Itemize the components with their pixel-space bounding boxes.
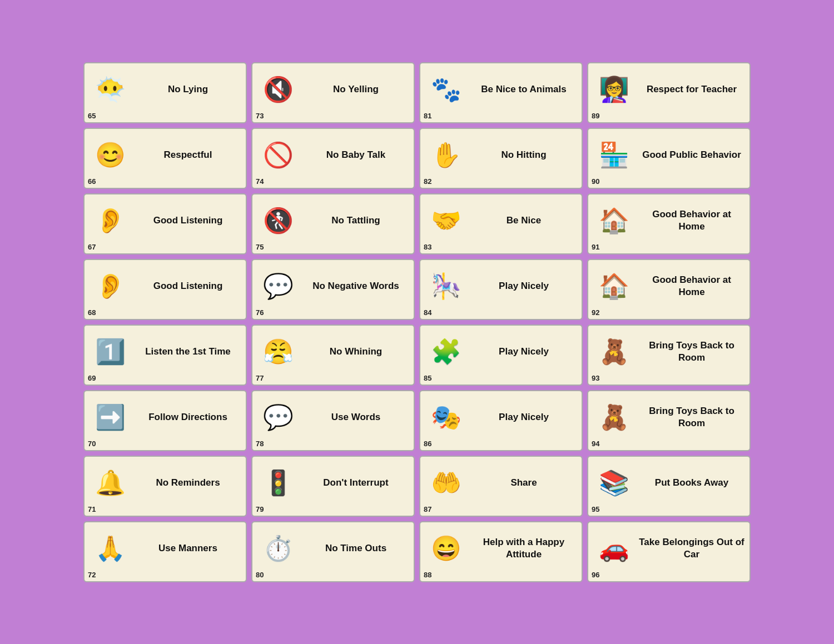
- card-icon-66: 😊: [88, 133, 132, 177]
- card-icon-88: 😄: [424, 526, 468, 571]
- card-label-83: Be Nice: [468, 214, 577, 226]
- card-label-68: Good Listening: [132, 280, 241, 292]
- card-92: 🏠Good Behavior at Home92: [587, 259, 751, 320]
- card-number-86: 86: [424, 440, 431, 448]
- card-72: 🙏Use Manners72: [83, 521, 247, 582]
- card-icon-72: 🙏: [88, 526, 132, 571]
- card-number-94: 94: [592, 440, 599, 448]
- card-label-65: No Lying: [132, 83, 241, 95]
- card-number-87: 87: [424, 505, 431, 513]
- card-number-91: 91: [592, 243, 599, 251]
- card-icon-82: ✋: [424, 133, 468, 177]
- card-label-89: Respect for Teacher: [636, 83, 745, 95]
- card-label-96: Take Belongings Out of Car: [636, 536, 745, 560]
- card-label-88: Help with a Happy Attitude: [468, 536, 577, 560]
- card-number-76: 76: [256, 308, 264, 317]
- card-70: ➡️Follow Directions70: [83, 390, 247, 451]
- card-label-85: Play Nicely: [468, 346, 577, 357]
- card-number-96: 96: [592, 571, 599, 579]
- card-label-69: Listen the 1st Time: [132, 346, 241, 357]
- card-number-85: 85: [424, 374, 431, 382]
- card-71: 🔔No Reminders71: [83, 456, 247, 517]
- card-icon-74: 🚫: [256, 133, 300, 177]
- card-icon-91: 🏠: [592, 198, 636, 243]
- card-69: 1️⃣Listen the 1st Time69: [83, 325, 247, 386]
- card-icon-93: 🧸: [592, 330, 636, 374]
- card-number-81: 81: [424, 112, 431, 120]
- card-label-74: No Baby Talk: [300, 149, 409, 161]
- card-number-92: 92: [592, 308, 599, 317]
- card-number-65: 65: [88, 112, 96, 120]
- card-96: 🚗Take Belongings Out of Car96: [587, 521, 751, 582]
- card-icon-92: 🏠: [592, 264, 636, 308]
- card-number-75: 75: [256, 243, 264, 251]
- card-icon-75: 🚷: [256, 198, 300, 243]
- card-label-86: Play Nicely: [468, 411, 577, 423]
- card-icon-69: 1️⃣: [88, 330, 132, 374]
- card-label-79: Don't Interrupt: [300, 477, 409, 488]
- card-icon-71: 🔔: [88, 461, 132, 505]
- card-85: 🧩Play Nicely85: [419, 325, 583, 386]
- card-65: 😶‍🌫️No Lying65: [83, 62, 247, 123]
- card-94: 🧸Bring Toys Back to Room94: [587, 390, 751, 451]
- card-78: 💬Use Words78: [251, 390, 415, 451]
- card-label-67: Good Listening: [132, 214, 241, 226]
- card-label-90: Good Public Behavior: [636, 149, 745, 161]
- card-number-78: 78: [256, 440, 264, 448]
- card-number-88: 88: [424, 571, 431, 579]
- card-icon-83: 🤝: [424, 198, 468, 243]
- card-number-70: 70: [88, 440, 96, 448]
- card-icon-70: ➡️: [88, 395, 132, 440]
- card-icon-84: 🎠: [424, 264, 468, 308]
- card-number-73: 73: [256, 112, 264, 120]
- card-icon-96: 🚗: [592, 526, 636, 571]
- card-number-72: 72: [88, 571, 96, 579]
- card-90: 🏪Good Public Behavior90: [587, 128, 751, 189]
- card-label-77: No Whining: [300, 346, 409, 357]
- card-number-74: 74: [256, 177, 264, 186]
- card-icon-90: 🏪: [592, 133, 636, 177]
- card-number-77: 77: [256, 374, 264, 382]
- card-icon-81: 🐾: [424, 67, 468, 112]
- card-67: 👂Good Listening67: [83, 193, 247, 254]
- card-66: 😊Respectful66: [83, 128, 247, 189]
- card-label-66: Respectful: [132, 149, 241, 161]
- card-label-72: Use Manners: [132, 542, 241, 554]
- card-label-87: Share: [468, 477, 577, 488]
- card-82: ✋No Hitting82: [419, 128, 583, 189]
- card-icon-65: 😶‍🌫️: [88, 67, 132, 112]
- card-label-95: Put Books Away: [636, 477, 745, 488]
- card-grid: 😶‍🌫️No Lying65🔇No Yelling73🐾Be Nice to A…: [83, 62, 751, 582]
- card-icon-80: ⏱️: [256, 526, 300, 571]
- card-number-90: 90: [592, 177, 599, 186]
- card-number-83: 83: [424, 243, 431, 251]
- card-label-80: No Time Outs: [300, 542, 409, 554]
- card-icon-77: 😤: [256, 330, 300, 374]
- card-number-68: 68: [88, 308, 96, 317]
- card-86: 🎭Play Nicely86: [419, 390, 583, 451]
- card-77: 😤No Whining77: [251, 325, 415, 386]
- card-87: 🤲Share87: [419, 456, 583, 517]
- card-number-66: 66: [88, 177, 96, 186]
- card-74: 🚫No Baby Talk74: [251, 128, 415, 189]
- card-label-93: Bring Toys Back to Room: [636, 340, 745, 363]
- card-75: 🚷No Tattling75: [251, 193, 415, 254]
- card-label-75: No Tattling: [300, 214, 409, 226]
- card-number-93: 93: [592, 374, 599, 382]
- card-number-84: 84: [424, 308, 431, 317]
- card-icon-68: 👂: [88, 264, 132, 308]
- card-84: 🎠Play Nicely84: [419, 259, 583, 320]
- card-icon-67: 👂: [88, 198, 132, 243]
- card-number-79: 79: [256, 505, 264, 513]
- card-label-91: Good Behavior at Home: [636, 208, 745, 232]
- card-icon-94: 🧸: [592, 395, 636, 440]
- card-label-71: No Reminders: [132, 477, 241, 488]
- card-icon-73: 🔇: [256, 67, 300, 112]
- card-81: 🐾Be Nice to Animals81: [419, 62, 583, 123]
- card-icon-85: 🧩: [424, 330, 468, 374]
- card-icon-79: 🚦: [256, 461, 300, 505]
- card-label-94: Bring Toys Back to Room: [636, 405, 745, 429]
- card-icon-95: 📚: [592, 461, 636, 505]
- card-icon-89: 👩‍🏫: [592, 67, 636, 112]
- card-label-76: No Negative Words: [300, 280, 409, 292]
